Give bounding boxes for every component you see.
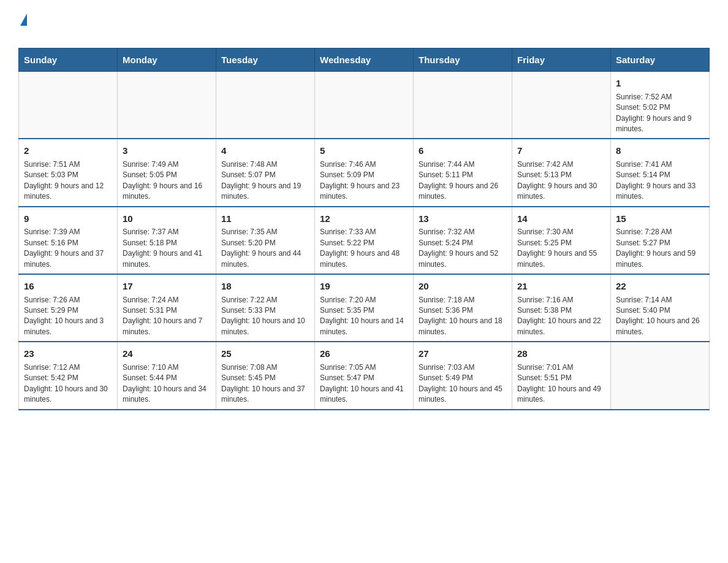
day-of-week-header: Monday — [118, 48, 216, 72]
calendar-day-cell: 4Sunrise: 7:48 AM Sunset: 5:07 PM Daylig… — [216, 139, 315, 206]
day-sun-info: Sunrise: 7:46 AM Sunset: 5:09 PM Dayligh… — [320, 159, 408, 202]
day-number: 25 — [221, 347, 309, 361]
day-number: 8 — [616, 144, 704, 158]
day-sun-info: Sunrise: 7:18 AM Sunset: 5:36 PM Dayligh… — [419, 295, 507, 338]
day-number: 7 — [517, 144, 605, 158]
calendar-day-cell: 3Sunrise: 7:49 AM Sunset: 5:05 PM Daylig… — [118, 139, 216, 206]
day-of-week-header: Wednesday — [315, 48, 414, 72]
day-sun-info: Sunrise: 7:28 AM Sunset: 5:27 PM Dayligh… — [616, 227, 704, 270]
day-sun-info: Sunrise: 7:39 AM Sunset: 5:16 PM Dayligh… — [24, 227, 112, 270]
calendar-day-cell: 8Sunrise: 7:41 AM Sunset: 5:14 PM Daylig… — [611, 139, 710, 206]
day-sun-info: Sunrise: 7:10 AM Sunset: 5:44 PM Dayligh… — [123, 362, 211, 405]
calendar-day-cell: 26Sunrise: 7:05 AM Sunset: 5:47 PM Dayli… — [315, 342, 414, 409]
day-sun-info: Sunrise: 7:22 AM Sunset: 5:33 PM Dayligh… — [221, 295, 309, 338]
day-sun-info: Sunrise: 7:20 AM Sunset: 5:35 PM Dayligh… — [320, 295, 408, 338]
calendar-day-cell: 16Sunrise: 7:26 AM Sunset: 5:29 PM Dayli… — [19, 274, 118, 342]
day-number: 20 — [419, 280, 507, 293]
day-number: 28 — [517, 347, 605, 361]
calendar-day-cell: 1Sunrise: 7:52 AM Sunset: 5:02 PM Daylig… — [611, 72, 710, 139]
day-sun-info: Sunrise: 7:35 AM Sunset: 5:20 PM Dayligh… — [221, 227, 309, 270]
day-sun-info: Sunrise: 7:52 AM Sunset: 5:02 PM Dayligh… — [616, 92, 704, 135]
calendar-day-cell: 23Sunrise: 7:12 AM Sunset: 5:42 PM Dayli… — [19, 342, 118, 409]
calendar-day-cell: 11Sunrise: 7:35 AM Sunset: 5:20 PM Dayli… — [216, 207, 315, 274]
calendar-day-cell: 20Sunrise: 7:18 AM Sunset: 5:36 PM Dayli… — [414, 274, 512, 342]
day-sun-info: Sunrise: 7:44 AM Sunset: 5:11 PM Dayligh… — [419, 159, 507, 202]
calendar-day-cell — [512, 72, 611, 139]
day-number: 14 — [517, 212, 605, 226]
calendar-header-row: SundayMondayTuesdayWednesdayThursdayFrid… — [19, 48, 710, 72]
calendar-day-cell: 15Sunrise: 7:28 AM Sunset: 5:27 PM Dayli… — [611, 207, 710, 274]
day-sun-info: Sunrise: 7:37 AM Sunset: 5:18 PM Dayligh… — [123, 227, 211, 270]
day-of-week-header: Friday — [512, 48, 611, 72]
calendar-day-cell: 24Sunrise: 7:10 AM Sunset: 5:44 PM Dayli… — [118, 342, 216, 409]
day-sun-info: Sunrise: 7:33 AM Sunset: 5:22 PM Dayligh… — [320, 227, 408, 270]
day-number: 3 — [123, 144, 211, 158]
calendar-day-cell: 28Sunrise: 7:01 AM Sunset: 5:51 PM Dayli… — [512, 342, 611, 409]
day-number: 18 — [221, 280, 309, 293]
calendar-day-cell: 18Sunrise: 7:22 AM Sunset: 5:33 PM Dayli… — [216, 274, 315, 342]
calendar-day-cell: 2Sunrise: 7:51 AM Sunset: 5:03 PM Daylig… — [19, 139, 118, 206]
calendar-day-cell: 17Sunrise: 7:24 AM Sunset: 5:31 PM Dayli… — [118, 274, 216, 342]
calendar-day-cell: 14Sunrise: 7:30 AM Sunset: 5:25 PM Dayli… — [512, 207, 611, 274]
day-of-week-header: Saturday — [611, 48, 710, 72]
day-number: 24 — [123, 347, 211, 361]
calendar-day-cell: 25Sunrise: 7:08 AM Sunset: 5:45 PM Dayli… — [216, 342, 315, 409]
day-sun-info: Sunrise: 7:32 AM Sunset: 5:24 PM Dayligh… — [419, 227, 507, 270]
day-number: 26 — [320, 347, 408, 361]
day-number: 13 — [419, 212, 507, 226]
calendar-day-cell — [19, 72, 118, 139]
day-sun-info: Sunrise: 7:42 AM Sunset: 5:13 PM Dayligh… — [517, 159, 605, 202]
day-sun-info: Sunrise: 7:12 AM Sunset: 5:42 PM Dayligh… — [24, 362, 112, 405]
day-sun-info: Sunrise: 7:03 AM Sunset: 5:49 PM Dayligh… — [419, 362, 507, 405]
calendar-day-cell: 13Sunrise: 7:32 AM Sunset: 5:24 PM Dayli… — [414, 207, 512, 274]
calendar-week-row: 1Sunrise: 7:52 AM Sunset: 5:02 PM Daylig… — [19, 72, 710, 139]
calendar-day-cell — [216, 72, 315, 139]
calendar-day-cell: 6Sunrise: 7:44 AM Sunset: 5:11 PM Daylig… — [414, 139, 512, 206]
day-sun-info: Sunrise: 7:51 AM Sunset: 5:03 PM Dayligh… — [24, 159, 112, 202]
calendar-week-row: 16Sunrise: 7:26 AM Sunset: 5:29 PM Dayli… — [19, 274, 710, 342]
day-sun-info: Sunrise: 7:49 AM Sunset: 5:05 PM Dayligh… — [123, 159, 211, 202]
day-sun-info: Sunrise: 7:01 AM Sunset: 5:51 PM Dayligh… — [517, 362, 605, 405]
calendar-table: SundayMondayTuesdayWednesdayThursdayFrid… — [18, 48, 710, 410]
calendar-day-cell — [414, 72, 512, 139]
calendar-week-row: 9Sunrise: 7:39 AM Sunset: 5:16 PM Daylig… — [19, 207, 710, 274]
calendar-day-cell — [611, 342, 710, 409]
day-number: 22 — [616, 280, 704, 293]
day-number: 5 — [320, 144, 408, 158]
day-number: 16 — [24, 280, 112, 293]
day-sun-info: Sunrise: 7:48 AM Sunset: 5:07 PM Dayligh… — [221, 159, 309, 202]
day-of-week-header: Sunday — [19, 48, 118, 72]
calendar-week-row: 23Sunrise: 7:12 AM Sunset: 5:42 PM Dayli… — [19, 342, 710, 409]
day-number: 9 — [24, 212, 112, 226]
day-number: 21 — [517, 280, 605, 293]
day-number: 17 — [123, 280, 211, 293]
day-sun-info: Sunrise: 7:26 AM Sunset: 5:29 PM Dayligh… — [24, 295, 112, 338]
day-sun-info: Sunrise: 7:14 AM Sunset: 5:40 PM Dayligh… — [616, 295, 704, 338]
day-number: 15 — [616, 212, 704, 226]
day-sun-info: Sunrise: 7:16 AM Sunset: 5:38 PM Dayligh… — [517, 295, 605, 338]
calendar-day-cell: 5Sunrise: 7:46 AM Sunset: 5:09 PM Daylig… — [315, 139, 414, 206]
calendar-day-cell: 10Sunrise: 7:37 AM Sunset: 5:18 PM Dayli… — [118, 207, 216, 274]
calendar-week-row: 2Sunrise: 7:51 AM Sunset: 5:03 PM Daylig… — [19, 139, 710, 206]
calendar-day-cell: 7Sunrise: 7:42 AM Sunset: 5:13 PM Daylig… — [512, 139, 611, 206]
day-sun-info: Sunrise: 7:41 AM Sunset: 5:14 PM Dayligh… — [616, 159, 704, 202]
calendar-day-cell: 9Sunrise: 7:39 AM Sunset: 5:16 PM Daylig… — [19, 207, 118, 274]
day-sun-info: Sunrise: 7:08 AM Sunset: 5:45 PM Dayligh… — [221, 362, 309, 405]
calendar-day-cell: 27Sunrise: 7:03 AM Sunset: 5:49 PM Dayli… — [414, 342, 512, 409]
day-sun-info: Sunrise: 7:24 AM Sunset: 5:31 PM Dayligh… — [123, 295, 211, 338]
calendar-day-cell: 12Sunrise: 7:33 AM Sunset: 5:22 PM Dayli… — [315, 207, 414, 274]
page-header — [18, 12, 710, 42]
day-sun-info: Sunrise: 7:30 AM Sunset: 5:25 PM Dayligh… — [517, 227, 605, 270]
day-number: 2 — [24, 144, 112, 158]
calendar-day-cell — [315, 72, 414, 139]
calendar-day-cell: 21Sunrise: 7:16 AM Sunset: 5:38 PM Dayli… — [512, 274, 611, 342]
calendar-day-cell — [118, 72, 216, 139]
day-number: 4 — [221, 144, 309, 158]
day-number: 6 — [419, 144, 507, 158]
day-of-week-header: Tuesday — [216, 48, 315, 72]
day-number: 11 — [221, 212, 309, 226]
logo — [18, 12, 27, 42]
day-number: 27 — [419, 347, 507, 361]
calendar-day-cell: 19Sunrise: 7:20 AM Sunset: 5:35 PM Dayli… — [315, 274, 414, 342]
day-number: 19 — [320, 280, 408, 293]
